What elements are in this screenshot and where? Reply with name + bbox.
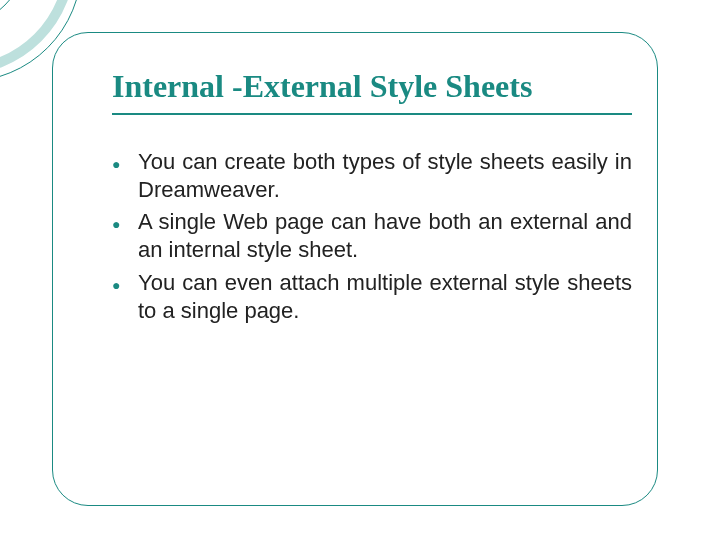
list-item: ● You can even attach multiple external …	[112, 269, 632, 325]
bullet-icon: ●	[112, 208, 138, 238]
slide: Internal -External Style Sheets ● You ca…	[0, 0, 720, 540]
bullet-icon: ●	[112, 269, 138, 299]
slide-title: Internal -External Style Sheets	[112, 68, 632, 115]
bullet-text: A single Web page can have both an exter…	[138, 208, 632, 264]
list-item: ● A single Web page can have both an ext…	[112, 208, 632, 264]
bullet-text: You can create both types of style sheet…	[138, 148, 632, 204]
slide-body: ● You can create both types of style she…	[112, 148, 632, 329]
list-item: ● You can create both types of style she…	[112, 148, 632, 204]
bullet-text: You can even attach multiple external st…	[138, 269, 632, 325]
bullet-icon: ●	[112, 148, 138, 178]
